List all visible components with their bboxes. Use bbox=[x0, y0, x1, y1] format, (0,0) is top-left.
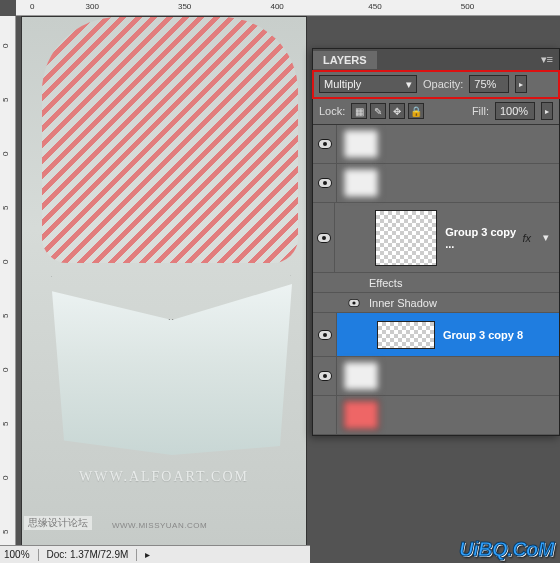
layer-name-censored bbox=[383, 177, 390, 189]
status-bar: 100% Doc: 1.37M/72.9M ▸ bbox=[0, 545, 310, 563]
ruler-tick: 0 bbox=[1, 44, 10, 48]
layer-list: Group 3 copy ... fx ▾ Effects Inner Shad… bbox=[313, 125, 559, 435]
effect-name: Inner Shadow bbox=[369, 297, 437, 309]
effects-header[interactable]: Effects bbox=[313, 273, 559, 293]
fill-input[interactable]: 100% bbox=[495, 102, 535, 120]
ruler-tick: 0 bbox=[1, 152, 10, 156]
opacity-flyout-icon[interactable]: ▸ bbox=[515, 75, 527, 93]
effects-label: Effects bbox=[369, 277, 402, 289]
site-brand-watermark: UiBQ.CoM bbox=[459, 538, 554, 561]
visibility-toggle-icon[interactable] bbox=[348, 299, 359, 307]
ruler-tick: 5 bbox=[1, 206, 10, 210]
ruler-tick: 5 bbox=[1, 98, 10, 102]
visibility-toggle-icon[interactable] bbox=[317, 233, 331, 243]
layer-thumbnail bbox=[343, 168, 379, 198]
divider bbox=[136, 549, 137, 561]
layer-row[interactable] bbox=[313, 357, 559, 396]
effect-inner-shadow[interactable]: Inner Shadow bbox=[313, 293, 559, 313]
fill-flyout-icon[interactable]: ▸ bbox=[541, 102, 553, 120]
flyout-arrow-icon[interactable]: ▸ bbox=[145, 549, 150, 560]
quickmask-overlay bbox=[42, 17, 298, 263]
layer-thumbnail bbox=[343, 129, 379, 159]
doc-size-readout: Doc: 1.37M/72.9M bbox=[47, 549, 129, 560]
ruler-tick: 0 bbox=[1, 260, 10, 264]
visibility-toggle-icon[interactable] bbox=[318, 371, 332, 381]
lock-pixels-icon[interactable]: ✎ bbox=[370, 103, 386, 119]
ruler-tick: 500 bbox=[461, 2, 474, 11]
panel-menu-icon[interactable]: ▾≡ bbox=[535, 53, 559, 66]
lock-fill-row: Lock: ▦ ✎ ✥ 🔒 Fill: 100% ▸ bbox=[313, 98, 559, 125]
layer-thumbnail bbox=[377, 321, 435, 349]
lock-label: Lock: bbox=[319, 105, 345, 117]
ruler-tick: 0 bbox=[1, 368, 10, 372]
ruler-tick: 5 bbox=[1, 530, 10, 534]
fill-label: Fill: bbox=[472, 105, 489, 117]
layer-row-ice[interactable]: Group 3 copy ... fx ▾ bbox=[313, 203, 559, 273]
layer-thumbnail bbox=[343, 361, 379, 391]
ruler-tick: 400 bbox=[270, 2, 283, 11]
divider bbox=[38, 549, 39, 561]
ruler-tick: 5 bbox=[1, 422, 10, 426]
canvas-watermark: WWW.ALFOART.COM bbox=[22, 469, 306, 485]
blend-opacity-row: Multiply ▾ Opacity: 75% ▸ bbox=[313, 71, 559, 98]
fx-badge[interactable]: fx bbox=[522, 232, 531, 244]
blend-mode-value: Multiply bbox=[324, 78, 361, 90]
visibility-toggle-icon[interactable] bbox=[318, 139, 332, 149]
ruler-tick: 0 bbox=[1, 476, 10, 480]
ruler-vertical: 0 5 0 5 0 5 0 5 0 5 bbox=[0, 16, 16, 556]
ruler-tick: 5 bbox=[1, 314, 10, 318]
blend-mode-select[interactable]: Multiply ▾ bbox=[319, 75, 417, 93]
fill-value: 100% bbox=[500, 105, 528, 117]
layer-name[interactable]: Group 3 copy ... bbox=[441, 226, 518, 250]
layer-row[interactable] bbox=[313, 125, 559, 164]
missyuan-watermark: WWW.MISSYUAN.COM bbox=[112, 521, 207, 530]
layer-name-censored bbox=[383, 138, 390, 150]
layer-row[interactable] bbox=[313, 164, 559, 203]
document-canvas[interactable]: WWW.ALFOART.COM 思缘设计论坛 WWW.MISSYUAN.COM bbox=[21, 16, 307, 546]
layer-row-selected[interactable]: Group 3 copy 8 bbox=[313, 313, 559, 357]
panel-tabbar: LAYERS ▾≡ bbox=[313, 49, 559, 71]
opacity-label: Opacity: bbox=[423, 78, 463, 90]
layer-name-censored bbox=[383, 370, 390, 382]
ruler-tick: 0 bbox=[30, 2, 34, 11]
ruler-horizontal: 0 300 350 400 450 500 bbox=[16, 0, 560, 16]
visibility-toggle-icon[interactable] bbox=[318, 178, 332, 188]
layer-thumbnail bbox=[343, 400, 379, 430]
lock-buttons: ▦ ✎ ✥ 🔒 bbox=[351, 103, 424, 119]
ruler-tick: 450 bbox=[368, 2, 381, 11]
ruler-tick: 300 bbox=[85, 2, 98, 11]
chevron-down-icon: ▾ bbox=[406, 78, 412, 91]
lock-transparency-icon[interactable]: ▦ bbox=[351, 103, 367, 119]
layers-panel: LAYERS ▾≡ Multiply ▾ Opacity: 75% ▸ Lock… bbox=[312, 48, 560, 436]
layer-thumbnail bbox=[375, 210, 437, 266]
layer-name[interactable]: Group 3 copy 8 bbox=[439, 329, 523, 341]
zoom-readout[interactable]: 100% bbox=[4, 549, 30, 560]
opacity-input[interactable]: 75% bbox=[469, 75, 509, 93]
lock-position-icon[interactable]: ✥ bbox=[389, 103, 405, 119]
fx-collapse-icon[interactable]: ▾ bbox=[543, 231, 549, 244]
opacity-value: 75% bbox=[474, 78, 496, 90]
forum-watermark: 思缘设计论坛 bbox=[24, 516, 92, 530]
lock-all-icon[interactable]: 🔒 bbox=[408, 103, 424, 119]
layer-row[interactable] bbox=[313, 396, 559, 435]
tab-layers[interactable]: LAYERS bbox=[313, 51, 377, 69]
ruler-tick: 350 bbox=[178, 2, 191, 11]
visibility-toggle-icon[interactable] bbox=[318, 330, 332, 340]
